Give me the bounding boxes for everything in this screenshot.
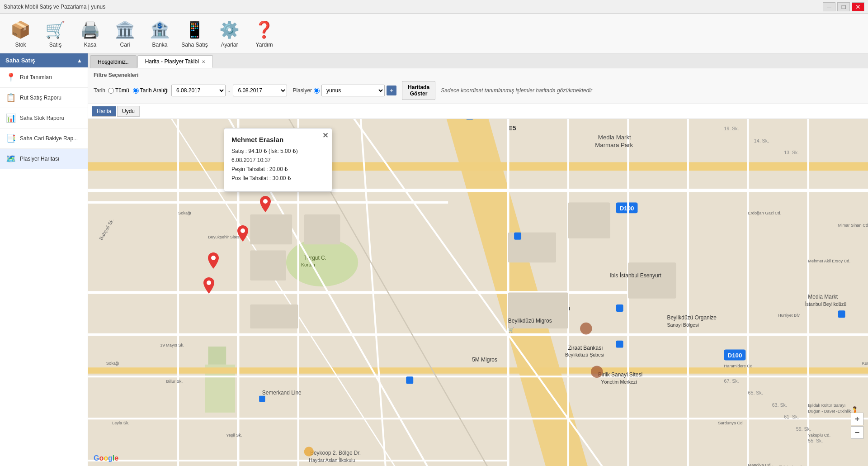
marker-2[interactable] xyxy=(237,225,248,243)
radio-range-label[interactable]: Tarih Aralığı xyxy=(133,87,169,94)
svg-rect-48 xyxy=(616,341,623,348)
svg-text:21. Sk.: 21. Sk. xyxy=(694,119,709,119)
svg-text:Leyla Sk.: Leyla Sk. xyxy=(112,421,129,425)
svg-text:D100: D100 xyxy=(620,205,634,212)
svg-text:19 Mayıs Sk.: 19 Mayıs Sk. xyxy=(160,343,184,347)
svg-text:14. Sk.: 14. Sk. xyxy=(754,138,769,143)
svg-text:Mehmet Akil Ersoy Cd.: Mehmet Akil Ersoy Cd. xyxy=(808,259,850,263)
svg-text:65. Sk.: 65. Sk. xyxy=(748,390,763,395)
svg-text:Beykoop 2. Bölge Dr.: Beykoop 2. Bölge Dr. xyxy=(310,450,361,456)
kasa-label: Kasa xyxy=(84,42,96,48)
stok-report-icon: 📊 xyxy=(5,113,16,124)
map-wrapper: Harita Uydu Turgut C. Korulu xyxy=(88,104,868,466)
zoom-out-button[interactable]: − xyxy=(851,426,863,439)
popup-pesin: Peşin Tahsilat : 20.00 ₺ xyxy=(231,166,325,172)
svg-rect-37 xyxy=(250,214,292,244)
banka-button[interactable]: 🏦 Banka xyxy=(143,16,177,51)
popup-close-button[interactable]: ✕ xyxy=(322,131,328,140)
tab-harita-plasiyer[interactable]: Harita - Plasiyer Takibi ✕ xyxy=(137,55,213,68)
toolbar: 📦 Stok 🛒 Satış 🖨️ Kasa 🏛️ Cari 🏦 Banka 📱… xyxy=(0,14,868,53)
radio-all-label[interactable]: Tümü xyxy=(108,87,129,94)
sidebar-item-rut-satis-raporu[interactable]: 📋 Rut Satış Raporu xyxy=(0,88,88,108)
zoom-controls: + − xyxy=(851,413,863,439)
window-controls: ─ □ ✕ xyxy=(823,2,864,11)
google-logo: Google xyxy=(94,454,118,462)
map-tab-harita[interactable]: Harita xyxy=(92,106,116,117)
svg-text:Sokağı: Sokağı xyxy=(106,361,119,366)
map-icon: 🗺️ xyxy=(5,153,16,164)
svg-text:Düğün - Davet -Etkinlik: Düğün - Davet -Etkinlik xyxy=(808,409,851,414)
plasiyer-radio[interactable] xyxy=(314,88,320,94)
saha-satis-button[interactable]: 📱 Saha Satış xyxy=(178,16,212,51)
popup-pos: Pos İle Tahsilat : 30.00 ₺ xyxy=(231,175,325,181)
location-icon: 📍 xyxy=(5,72,16,83)
map-canvas: Turgut C. Korulu E5 E-5 Yanyolu D100 xyxy=(88,119,868,466)
haritada-goster-button[interactable]: HaritadaGöster xyxy=(402,81,435,100)
svg-text:63. Sk.: 63. Sk. xyxy=(772,402,787,408)
main-area: Saha Satış ▲ 📍 Rut Tanımları 📋 Rut Satış… xyxy=(0,53,868,466)
radio-all-input[interactable] xyxy=(108,88,114,94)
tab-close-icon[interactable]: ✕ xyxy=(202,59,205,64)
marker-3[interactable] xyxy=(208,252,219,270)
svg-text:Media Markt: Media Markt xyxy=(808,294,838,300)
marker-1[interactable] xyxy=(260,196,271,214)
satis-button[interactable]: 🛒 Satış xyxy=(38,16,72,51)
svg-text:Marmara Park: Marmara Park xyxy=(595,142,633,148)
date-to-select[interactable]: 6.08.2017 xyxy=(233,85,287,96)
svg-text:Işıldak Kültür Sarayı: Işıldak Kültür Sarayı xyxy=(808,403,845,408)
cari-label: Cari xyxy=(120,42,130,48)
filter-row: Tarih Tümü Tarih Aralığı 6.08.2017 xyxy=(94,81,863,100)
popup-satis: Satış : 94.10 ₺ (İsk: 5.00 ₺) xyxy=(231,148,325,154)
svg-text:61. Sk.: 61. Sk. xyxy=(784,414,799,419)
radio-range-input[interactable] xyxy=(133,88,139,94)
svg-point-58 xyxy=(580,323,592,335)
tab-hosgeldiniz[interactable]: Hoşgeldiniz.. xyxy=(90,55,137,68)
svg-rect-68 xyxy=(259,396,265,402)
svg-text:59. Sk.: 59. Sk. xyxy=(796,426,811,432)
tab-bar: Hoşgeldiniz.. Harita - Plasiyer Takibi ✕ xyxy=(88,53,868,68)
date-label: Tarih xyxy=(94,87,105,94)
sidebar-rut-tanimlari-label: Rut Tanımları xyxy=(20,74,52,81)
svg-text:Windows'u Etkinleştir: Windows'u Etkinleştir xyxy=(748,464,805,466)
svg-text:55. Sk.: 55. Sk. xyxy=(808,438,823,443)
plasiyer-select[interactable]: yunus xyxy=(321,85,385,96)
stok-button[interactable]: 📦 Stok xyxy=(4,16,38,51)
svg-text:Sanayi Bölgesi: Sanayi Bölgesi xyxy=(667,322,698,328)
plasiyer-add-button[interactable]: + xyxy=(387,86,396,95)
stok-icon: 📦 xyxy=(10,19,32,41)
radio-all-text: Tümü xyxy=(115,87,129,94)
svg-rect-46 xyxy=(514,233,521,240)
satis-icon: 🛒 xyxy=(45,19,66,41)
yardim-icon: ❓ xyxy=(254,19,275,41)
yardim-button[interactable]: ❓ Yardım xyxy=(247,16,281,51)
title-bar: Sahatek Mobil Satış ve Pazarlama | yunus… xyxy=(0,0,868,14)
sidebar-item-rut-tanimlari[interactable]: 📍 Rut Tanımları xyxy=(0,67,88,88)
kasa-icon: 🖨️ xyxy=(80,19,101,41)
restore-button[interactable]: □ xyxy=(837,2,850,11)
close-button[interactable]: ✕ xyxy=(852,2,864,11)
svg-rect-47 xyxy=(616,304,623,312)
popup-tarih: 6.08.2017 10:37 xyxy=(231,157,325,163)
svg-text:67. Sk.: 67. Sk. xyxy=(724,378,739,384)
svg-rect-44 xyxy=(628,262,676,299)
ayarlar-button[interactable]: ⚙️ Ayarlar xyxy=(212,16,246,51)
map-tab-uydu[interactable]: Uydu xyxy=(117,106,140,117)
cari-button[interactable]: 🏛️ Cari xyxy=(108,16,142,51)
yardim-label: Yardım xyxy=(256,42,273,48)
zoom-in-button[interactable]: + xyxy=(851,413,863,425)
svg-text:ibis İstanbul Esenyurt: ibis İstanbul Esenyurt xyxy=(610,272,661,279)
sidebar-item-saha-cari-bakiye[interactable]: 📑 Saha Cari Bakiye Rap... xyxy=(0,128,88,149)
kasa-button[interactable]: 🖨️ Kasa xyxy=(73,16,107,51)
sidebar-collapse-icon[interactable]: ▲ xyxy=(77,57,82,64)
svg-text:Sokağı: Sokağı xyxy=(178,211,191,215)
svg-point-118 xyxy=(211,256,216,260)
marker-4[interactable] xyxy=(203,277,214,295)
svg-text:Haramidere Cd.: Haramidere Cd. xyxy=(724,364,754,368)
date-from-select[interactable]: 6.08.2017 xyxy=(171,85,226,96)
sidebar-item-saha-stok-raporu[interactable]: 📊 Saha Stok Raporu xyxy=(0,108,88,128)
sidebar-item-plasiyer-haritasi[interactable]: 🗺️ Plasiyer Haritası xyxy=(0,149,88,169)
info-popup: ✕ Mehmet Eraslan Satış : 94.10 ₺ (İsk: 5… xyxy=(224,128,332,192)
minimize-button[interactable]: ─ xyxy=(823,2,835,11)
ayarlar-label: Ayarlar xyxy=(221,42,238,48)
svg-text:Sardunya Cd.: Sardunya Cd. xyxy=(718,421,744,425)
